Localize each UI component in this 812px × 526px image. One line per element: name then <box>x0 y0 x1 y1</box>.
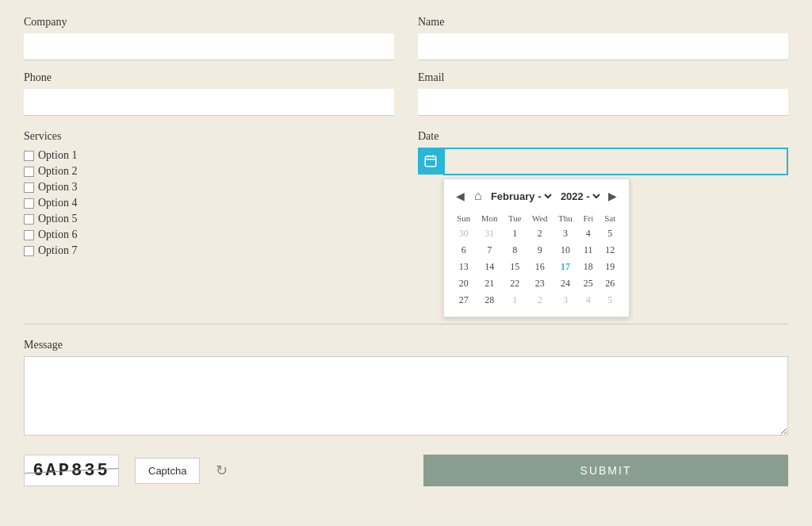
cal-day[interactable]: 2 <box>527 292 553 309</box>
cal-day[interactable]: 28 <box>475 292 504 309</box>
name-input[interactable] <box>418 33 788 60</box>
message-section: Message <box>24 339 788 439</box>
captcha-image: 6AP835 <box>24 455 119 486</box>
cal-home-button[interactable]: ⌂ <box>470 187 486 205</box>
checkbox-opt6[interactable] <box>24 230 34 240</box>
checkbox-label-opt2: Option 2 <box>38 165 77 178</box>
cal-week-4: 20212223242526 <box>452 275 621 292</box>
date-field-container <box>443 148 788 175</box>
cal-day[interactable]: 4 <box>577 292 599 309</box>
cal-day[interactable]: 5 <box>599 225 621 242</box>
services-option-3: Option 3 <box>24 181 394 194</box>
cal-day[interactable]: 3 <box>553 225 577 242</box>
checkbox-opt1[interactable] <box>24 151 34 161</box>
date-picker-wrapper: ◀ ⌂ February - 2022 - ▶ SunMonTueWedT <box>418 148 788 317</box>
company-label: Company <box>24 16 394 29</box>
cal-day[interactable]: 17 <box>553 259 577 275</box>
services-option-2: Option 2 <box>24 165 394 178</box>
checkbox-opt2[interactable] <box>24 167 34 177</box>
cal-day[interactable]: 2 <box>527 225 553 242</box>
name-field: Name <box>418 16 788 60</box>
date-input-row <box>418 148 788 175</box>
cal-day[interactable]: 31 <box>475 225 504 242</box>
cal-day[interactable]: 12 <box>599 242 621 259</box>
cal-day[interactable]: 18 <box>577 259 599 275</box>
date-label: Date <box>418 130 788 143</box>
cal-day[interactable]: 23 <box>527 275 553 292</box>
cal-day[interactable]: 3 <box>553 292 577 309</box>
cal-next-button[interactable]: ▶ <box>604 188 621 204</box>
phone-field: Phone <box>24 71 394 116</box>
cal-day[interactable]: 1 <box>504 225 527 242</box>
cal-day-header-sat: Sat <box>599 211 621 225</box>
cal-week-3: 13141516171819 <box>452 259 621 275</box>
captcha-label-button[interactable]: Captcha <box>135 458 200 484</box>
cal-day-header-sun: Sun <box>452 211 475 225</box>
cal-day-header-wed: Wed <box>527 211 553 225</box>
cal-day[interactable]: 30 <box>452 225 475 242</box>
email-input[interactable] <box>418 89 788 116</box>
cal-day[interactable]: 10 <box>553 242 577 259</box>
cal-prev-button[interactable]: ◀ <box>452 188 469 204</box>
email-label: Email <box>418 71 788 84</box>
services-label: Services <box>24 130 394 143</box>
checkbox-opt7[interactable] <box>24 246 34 256</box>
cal-day-header-fri: Fri <box>577 211 599 225</box>
date-input[interactable] <box>448 152 783 171</box>
cal-day[interactable]: 9 <box>527 242 553 259</box>
cal-day[interactable]: 26 <box>599 275 621 292</box>
cal-day-header-tue: Tue <box>504 211 527 225</box>
cal-week-1: 303112345 <box>452 225 621 242</box>
checkbox-label-opt7: Option 7 <box>38 244 77 257</box>
cal-year-select[interactable]: 2022 - <box>557 190 603 203</box>
checkbox-label-opt5: Option 5 <box>38 213 77 225</box>
cal-day[interactable]: 19 <box>599 259 621 275</box>
calendar-grid: SunMonTueWedThuFriSat 303112345678910111… <box>452 211 621 309</box>
checkbox-opt3[interactable] <box>24 182 34 193</box>
checkbox-label-opt6: Option 6 <box>38 228 77 241</box>
message-label: Message <box>24 339 788 351</box>
checkbox-opt5[interactable] <box>24 214 34 225</box>
cal-day[interactable]: 4 <box>577 225 599 242</box>
cal-day[interactable]: 6 <box>452 242 475 259</box>
services-option-6: Option 6 <box>24 228 394 241</box>
checkbox-label-opt4: Option 4 <box>38 197 77 209</box>
bottom-row: 6AP835 Captcha ↻ SUBMIT <box>24 455 788 486</box>
cal-day[interactable]: 13 <box>452 259 475 275</box>
submit-button[interactable]: SUBMIT <box>423 455 788 486</box>
section-divider <box>24 324 788 324</box>
cal-day[interactable]: 8 <box>504 242 527 259</box>
cal-day[interactable]: 15 <box>504 259 527 275</box>
calendar-popup: ◀ ⌂ February - 2022 - ▶ SunMonTueWedT <box>443 179 630 317</box>
cal-day[interactable]: 24 <box>553 275 577 292</box>
cal-day-header-mon: Mon <box>475 211 504 225</box>
phone-input[interactable] <box>24 89 394 116</box>
cal-day[interactable]: 14 <box>475 259 504 275</box>
email-field: Email <box>418 71 788 116</box>
cal-month-year: February - 2022 - <box>488 190 603 203</box>
services-option-4: Option 4 <box>24 197 394 209</box>
cal-day[interactable]: 20 <box>452 275 475 292</box>
checkbox-label-opt3: Option 3 <box>38 181 77 194</box>
services-section: Services Option 1Option 2Option 3Option … <box>24 130 394 317</box>
cal-day[interactable]: 25 <box>577 275 599 292</box>
cal-day[interactable]: 11 <box>577 242 599 259</box>
message-textarea[interactable] <box>24 356 788 436</box>
cal-day[interactable]: 1 <box>504 292 527 309</box>
cal-day[interactable]: 27 <box>452 292 475 309</box>
name-label: Name <box>418 16 788 29</box>
services-option-7: Option 7 <box>24 244 394 257</box>
calendar-toggle-button[interactable] <box>418 148 443 175</box>
checkbox-opt4[interactable] <box>24 198 34 209</box>
cal-day[interactable]: 21 <box>475 275 504 292</box>
company-field: Company <box>24 16 394 60</box>
cal-day[interactable]: 16 <box>527 259 553 275</box>
cal-week-2: 6789101112 <box>452 242 621 259</box>
company-input[interactable] <box>24 33 394 60</box>
cal-day[interactable]: 7 <box>475 242 504 259</box>
captcha-refresh-button[interactable]: ↻ <box>216 462 228 479</box>
checkbox-label-opt1: Option 1 <box>38 149 77 162</box>
cal-day[interactable]: 22 <box>504 275 527 292</box>
cal-day[interactable]: 5 <box>599 292 621 309</box>
cal-month-select[interactable]: February - <box>488 190 554 203</box>
